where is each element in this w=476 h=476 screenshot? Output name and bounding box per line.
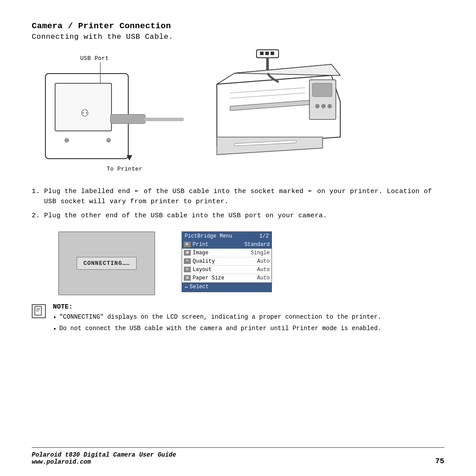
camera-diagram: USB Port ⚇ ⊕ ⊕ ▼ To Printer <box>32 49 182 177</box>
pb-print-label: Print <box>193 242 242 248</box>
svg-point-9 <box>327 104 332 108</box>
diagram-row: USB Port ⚇ ⊕ ⊕ ▼ To Printer <box>32 49 444 177</box>
plus-icon-left: ⊕ <box>64 135 69 145</box>
pb-layout-value: Auto <box>257 267 270 273</box>
svg-rect-6 <box>312 83 332 97</box>
step-1-number: 1. <box>32 186 44 207</box>
plus-icon-right: ⊕ <box>106 135 111 145</box>
lcd-screen: CONNECTING…… <box>58 231 155 295</box>
note-bullet-1-text: "CONNECTING" displays on the LCD screen,… <box>59 312 381 323</box>
note-icon-wrap <box>32 304 46 318</box>
step-2-row: 2. Plug the other end of the USB cable i… <box>32 211 444 221</box>
svg-point-7 <box>315 104 320 108</box>
pictbridge-title: PictBridge Menu <box>185 233 232 239</box>
printer-diagram <box>190 49 358 177</box>
page: Camera / Printer Connection Connecting w… <box>0 0 476 476</box>
svg-line-10 <box>230 88 305 93</box>
to-printer-arrow-icon: ▼ <box>126 152 132 164</box>
svg-line-11 <box>230 93 305 98</box>
footer-title: Polaroid t830 Digital Camera User Guide <box>32 451 176 458</box>
printer-illustration <box>208 49 349 168</box>
pb-row-quality: ≡ Quality Auto <box>182 257 271 266</box>
footer-left: Polaroid t830 Digital Camera User Guide … <box>32 451 176 465</box>
note-bullet-1: • "CONNECTING" displays on the LCD scree… <box>53 312 381 323</box>
note-icon <box>32 304 46 318</box>
usb-symbol-icon: ⚇ <box>81 105 89 120</box>
cable-line <box>144 118 184 121</box>
section-subtitle: Connecting with the USB Cable. <box>32 33 444 41</box>
svg-rect-12 <box>35 306 41 315</box>
pb-print-icon: ▶ <box>184 242 191 247</box>
note-content: NOTE: • "CONNECTING" displays on the LCD… <box>53 303 381 336</box>
pb-quality-value: Auto <box>257 258 270 264</box>
pb-row-print: ▶ Print Standard <box>182 241 271 249</box>
pb-print-value: Standard <box>244 242 270 248</box>
connecting-text: CONNECTING…… <box>77 257 137 270</box>
screenshots-row: CONNECTING…… PictBridge Menu 1/2 ▶ Print… <box>32 231 444 295</box>
step-2-text: Plug the other end of the USB cable into… <box>44 211 444 221</box>
pb-image-label: Image <box>193 250 249 256</box>
usb-port-label: USB Port <box>80 55 109 62</box>
footer-page-number: 75 <box>435 457 444 465</box>
note-document-icon <box>33 306 44 316</box>
pb-papersize-value: Auto <box>257 275 270 281</box>
pb-quality-icon: ≡ <box>184 258 191 264</box>
step-1-text: Plug the labelled end ⇤ of the USB cable… <box>44 186 444 207</box>
pictbridge-menu: PictBridge Menu 1/2 ▶ Print Standard ▣ I… <box>182 231 272 292</box>
step-1-row: 1. Plug the labelled end ⇤ of the USB ca… <box>32 186 444 207</box>
usb-icon-2: ⇤ <box>309 187 312 196</box>
pb-quality-label: Quality <box>193 258 255 264</box>
note-title: NOTE: <box>53 303 381 311</box>
pb-select-arrow-icon: ⇔ <box>185 284 188 290</box>
note-bullet-2-text: Do not connect the USB cable with the ca… <box>59 324 381 335</box>
section-title: Camera / Printer Connection <box>32 21 444 31</box>
pb-layout-label: Layout <box>193 267 255 273</box>
cable-connector <box>110 114 145 124</box>
note-section: NOTE: • "CONNECTING" displays on the LCD… <box>32 303 444 336</box>
svg-rect-2 <box>265 52 269 55</box>
pb-papersize-icon: ▤ <box>184 275 191 281</box>
note-bullet-2: • Do not connect the USB cable with the … <box>53 324 381 335</box>
svg-rect-3 <box>271 52 274 55</box>
footer-url: www.polaroid.com <box>32 458 176 465</box>
svg-rect-1 <box>260 52 264 55</box>
note-bullets: • "CONNECTING" displays on the LCD scree… <box>53 312 381 335</box>
pb-row-papersize: ▤ Paper Size Auto <box>182 274 271 283</box>
to-printer-label: To Printer <box>107 166 142 172</box>
pb-row-image: ▣ Image Single <box>182 249 271 257</box>
usb-icon-1: ⇤ <box>135 187 139 196</box>
pb-image-icon: ▣ <box>184 250 191 256</box>
step-2-number: 2. <box>32 211 44 221</box>
steps-section: 1. Plug the labelled end ⇤ of the USB ca… <box>32 186 444 224</box>
pb-papersize-label: Paper Size <box>193 275 255 281</box>
pb-select-row: ⇔ Select <box>182 283 271 292</box>
pb-select-label: Select <box>190 284 208 290</box>
pb-row-layout: ⊞ Layout Auto <box>182 266 271 274</box>
camera-inner-box: ⚇ <box>55 83 112 131</box>
pictbridge-header: PictBridge Menu 1/2 <box>182 232 271 241</box>
footer: Polaroid t830 Digital Camera User Guide … <box>32 447 444 465</box>
bullet-dot-2: • <box>53 325 56 335</box>
svg-point-8 <box>321 104 326 108</box>
plus-symbols: ⊕ ⊕ <box>46 135 130 145</box>
pb-layout-icon: ⊞ <box>184 267 191 272</box>
bullet-dot-1: • <box>53 313 56 323</box>
pictbridge-page: 1/2 <box>259 233 269 239</box>
pb-image-value: Single <box>251 250 270 256</box>
